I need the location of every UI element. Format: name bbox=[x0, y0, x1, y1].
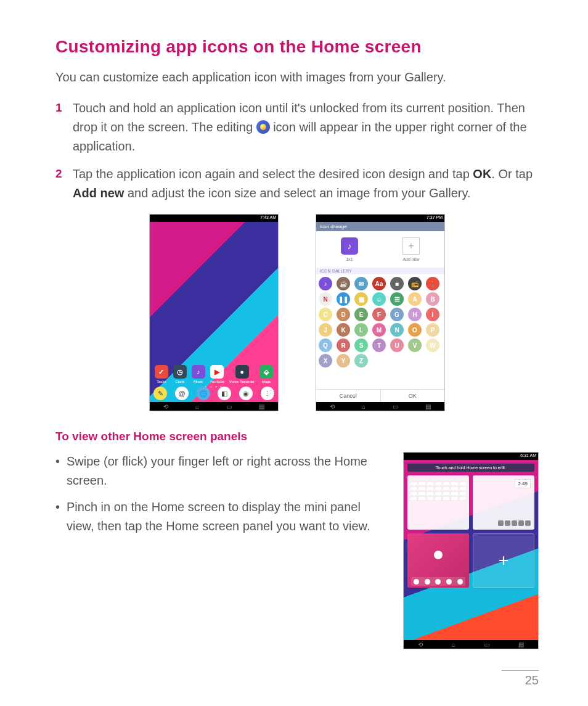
status-bar: 6:31 AM bbox=[404, 453, 538, 460]
bullet-text: Pinch in on the Home screen to display t… bbox=[67, 498, 391, 536]
bullet-text: Swipe (or flick) your finger left or rig… bbox=[67, 452, 391, 490]
nav-home-icon[interactable]: ⌂ bbox=[452, 641, 455, 648]
step2-post: and adjust the icon size and select an i… bbox=[124, 186, 470, 200]
step-2: 2 Tap the application icon again and sel… bbox=[55, 165, 539, 203]
tray-icon[interactable]: ✎ bbox=[153, 387, 167, 400]
app-clock[interactable]: ◷Clock bbox=[173, 365, 187, 384]
cancel-button[interactable]: Cancel bbox=[316, 390, 381, 402]
gallery-icon[interactable]: C bbox=[319, 308, 332, 321]
status-bar: 7:43 AM bbox=[150, 215, 278, 222]
status-bar: 7:37 PM bbox=[316, 215, 444, 222]
nav-menu-icon[interactable]: ▤ bbox=[259, 403, 264, 410]
gallery-icon[interactable]: ▦ bbox=[354, 292, 368, 306]
subheading: To view other Home screen panels bbox=[55, 430, 539, 443]
gallery-icon[interactable]: ✉ bbox=[354, 277, 368, 290]
gallery-icon[interactable]: U bbox=[390, 339, 404, 352]
gallery-icon[interactable]: ♪ bbox=[319, 277, 332, 290]
gallery-icon[interactable]: ■ bbox=[390, 277, 404, 290]
app-music[interactable]: ♪Music bbox=[192, 365, 205, 384]
step-number: 2 bbox=[55, 165, 73, 203]
screenshot-panels: 6:31 AM Touch and hold Home screen to ed… bbox=[403, 452, 539, 649]
add-new-button[interactable]: + bbox=[402, 237, 420, 255]
screenshot-icon-change: 7:37 PM Icon change ♪ 1x1 + Add new ICON… bbox=[316, 214, 445, 411]
bullet-dot: • bbox=[55, 452, 67, 490]
app-voice-recorder[interactable]: ●Voice Recorder bbox=[229, 365, 255, 384]
gallery-header: ICON GALLERY bbox=[316, 268, 444, 274]
nav-recent-icon[interactable]: ▭ bbox=[393, 403, 398, 410]
gallery-icon[interactable]: G bbox=[390, 308, 404, 321]
step-1: 1 Touch and hold an application icon unt… bbox=[55, 99, 539, 156]
panel-thumbnail[interactable]: 2:49 bbox=[473, 475, 534, 530]
edit-hint: Touch and hold Home screen to edit. bbox=[407, 464, 534, 472]
gallery-icon[interactable]: O bbox=[408, 323, 422, 337]
tray-icon[interactable]: ◉ bbox=[239, 387, 253, 400]
status-time: 6:31 AM bbox=[520, 453, 536, 458]
gallery-icon[interactable]: ☺ bbox=[372, 292, 386, 306]
nav-menu-icon[interactable]: ▤ bbox=[425, 403, 431, 410]
addnew-bold: Add new bbox=[73, 186, 124, 200]
gallery-icon[interactable]: 📻 bbox=[408, 277, 422, 290]
gallery-icon[interactable]: N bbox=[319, 292, 332, 306]
gallery-icon[interactable]: 📍 bbox=[426, 277, 439, 290]
gallery-icon[interactable]: J bbox=[319, 323, 332, 337]
step2-mid: . Or tap bbox=[491, 167, 533, 181]
nav-back-icon[interactable]: ⟲ bbox=[330, 403, 335, 410]
page-number: 25 bbox=[502, 670, 539, 688]
tray-icon[interactable]: ⋮⋮⋮ bbox=[261, 387, 274, 400]
status-time: 7:43 AM bbox=[260, 215, 276, 220]
nav-back-icon[interactable]: ⟲ bbox=[418, 641, 423, 648]
nav-menu-icon[interactable]: ▤ bbox=[518, 641, 524, 648]
gallery-icon[interactable]: N bbox=[390, 323, 404, 337]
gallery-icon[interactable]: W bbox=[426, 339, 439, 352]
app-youtube[interactable]: ▶YouTube bbox=[210, 365, 225, 384]
tray-icon[interactable]: @ bbox=[175, 387, 189, 400]
current-icon[interactable]: ♪ bbox=[341, 237, 358, 255]
step-number: 1 bbox=[55, 99, 73, 156]
step2-pre: Tap the application icon again and selec… bbox=[73, 167, 473, 181]
intro-text: You can customize each application icon … bbox=[55, 68, 539, 86]
add-panel-button[interactable]: + bbox=[473, 533, 534, 588]
gallery-icon[interactable]: ☕ bbox=[337, 277, 350, 290]
app-maps[interactable]: ⬙Maps bbox=[259, 365, 273, 384]
panel-thumbnail[interactable] bbox=[407, 533, 469, 588]
gallery-icon[interactable]: I bbox=[426, 308, 439, 321]
gallery-icon[interactable]: R bbox=[337, 339, 350, 352]
gallery-icon[interactable]: Q bbox=[319, 339, 332, 352]
gallery-icon[interactable]: P bbox=[426, 323, 439, 337]
tray-icon[interactable]: 🌐 bbox=[197, 387, 210, 400]
page-heading: Customizing app icons on the Home screen bbox=[55, 37, 539, 57]
clock-widget: 2:49 bbox=[515, 479, 531, 488]
nav-recent-icon[interactable]: ▭ bbox=[484, 641, 489, 648]
gallery-icon[interactable]: L bbox=[354, 323, 368, 337]
gallery-icon[interactable]: Aa bbox=[372, 277, 386, 290]
gallery-icon[interactable]: E bbox=[354, 308, 368, 321]
nav-home-icon[interactable]: ⌂ bbox=[362, 403, 365, 410]
gallery-icon[interactable]: B bbox=[426, 292, 439, 306]
nav-recent-icon[interactable]: ▭ bbox=[226, 403, 232, 410]
gallery-icon[interactable]: V bbox=[408, 339, 422, 352]
app-tasks[interactable]: ✓Tasks bbox=[155, 365, 168, 384]
edit-badge-icon bbox=[256, 120, 270, 134]
nav-home-icon[interactable]: ⌂ bbox=[195, 403, 199, 410]
dialog-header: Icon change bbox=[316, 222, 444, 231]
gallery-icon[interactable]: K bbox=[337, 323, 350, 337]
gallery-icon[interactable]: Y bbox=[337, 354, 350, 367]
tray-icon[interactable]: ◧ bbox=[218, 387, 231, 400]
gallery-icon[interactable]: ☰ bbox=[390, 292, 404, 306]
panel-thumbnail[interactable] bbox=[407, 475, 469, 530]
gallery-icon[interactable]: S bbox=[354, 339, 368, 352]
gallery-icon[interactable]: A bbox=[408, 292, 422, 306]
size-label: 1x1 bbox=[346, 257, 353, 261]
status-time: 7:37 PM bbox=[427, 215, 443, 220]
gallery-icon[interactable]: M bbox=[372, 323, 386, 337]
gallery-icon[interactable]: H bbox=[408, 308, 422, 321]
addnew-label: Add new bbox=[402, 257, 419, 261]
gallery-icon[interactable]: ❚❚ bbox=[337, 292, 350, 306]
gallery-icon[interactable]: X bbox=[319, 354, 332, 367]
gallery-icon[interactable]: D bbox=[337, 308, 350, 321]
gallery-icon[interactable]: F bbox=[372, 308, 386, 321]
gallery-icon[interactable]: Z bbox=[354, 354, 368, 367]
nav-back-icon[interactable]: ⟲ bbox=[163, 403, 168, 410]
ok-button[interactable]: OK bbox=[381, 390, 445, 402]
gallery-icon[interactable]: T bbox=[372, 339, 386, 352]
